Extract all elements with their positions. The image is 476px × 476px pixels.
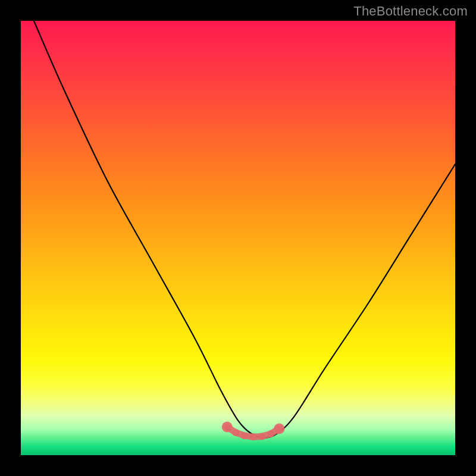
chart-frame: TheBottleneck.com — [0, 0, 476, 476]
optimal-range-markers — [222, 422, 285, 441]
watermark-text: TheBottleneck.com — [353, 4, 468, 19]
optimal-range-dot — [222, 422, 233, 433]
optimal-range-dot — [232, 429, 239, 436]
optimal-range-dot — [241, 432, 248, 439]
optimal-range-dot — [274, 423, 284, 434]
optimal-range-dot — [250, 433, 257, 440]
curve-svg — [21, 21, 455, 455]
optimal-range-dot — [258, 433, 265, 440]
bottleneck-curve — [34, 21, 455, 438]
plot-area — [21, 21, 455, 455]
optimal-range-dot — [267, 430, 274, 437]
